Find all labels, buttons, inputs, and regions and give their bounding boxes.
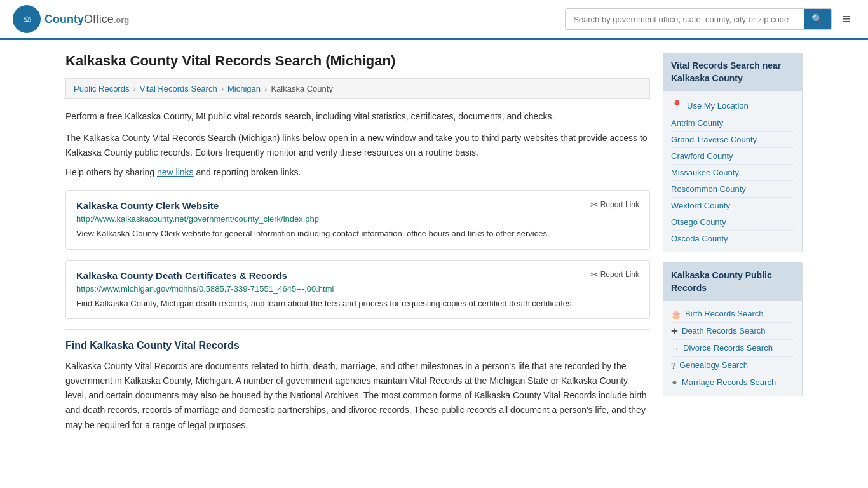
marriage-icon: ⚭ bbox=[671, 378, 678, 388]
divorce-icon: ↔ bbox=[671, 344, 679, 353]
report-link-2[interactable]: ✂ Report Link bbox=[590, 269, 639, 280]
breadcrumb-vital-records[interactable]: Vital Records Search bbox=[140, 84, 217, 93]
link-card-2-desc: Find Kalkaska County, Michigan death rec… bbox=[76, 297, 639, 310]
public-records-genealogy[interactable]: ? Genealogy Search bbox=[671, 357, 794, 374]
nearby-section-header: Vital Records Search near Kalkaska Count… bbox=[663, 53, 802, 91]
nearby-section-body: 📍 Use My Location Antrim County Grand Tr… bbox=[663, 91, 802, 252]
page-title: Kalkaska County Vital Records Search (Mi… bbox=[65, 53, 650, 69]
section-heading: Find Kalkaska County Vital Records bbox=[65, 329, 650, 351]
genealogy-icon: ? bbox=[671, 361, 675, 370]
link-card-2-title: Kalkaska County Death Certificates & Rec… bbox=[76, 269, 287, 281]
link-card-2-url[interactable]: https://www.michigan.gov/mdhhs/0,5885,7-… bbox=[76, 284, 639, 294]
nearby-county-antrim: Antrim County bbox=[671, 115, 794, 132]
scissors-icon-1: ✂ bbox=[590, 200, 598, 210]
body-text: Kalkaska County Vital Records are docume… bbox=[65, 359, 650, 432]
nearby-county-missaukee: Missaukee County bbox=[671, 165, 794, 181]
nearby-county-grand-traverse: Grand Traverse County bbox=[671, 132, 794, 148]
use-location-item[interactable]: 📍 Use My Location bbox=[671, 96, 794, 115]
scissors-icon-2: ✂ bbox=[590, 269, 598, 280]
breadcrumb-michigan[interactable]: Michigan bbox=[227, 84, 261, 93]
new-links-link[interactable]: new links bbox=[157, 167, 194, 177]
public-records-marriage[interactable]: ⚭ Marriage Records Search bbox=[671, 374, 794, 391]
header-right: 🔍 ≡ bbox=[565, 8, 855, 30]
nearby-section: Vital Records Search near Kalkaska Count… bbox=[663, 53, 803, 252]
content-wrapper: Kalkaska County Vital Records Search (Mi… bbox=[53, 40, 815, 433]
search-button[interactable]: 🔍 bbox=[804, 9, 831, 29]
logo-area[interactable]: ⚖ CountyOffice.org bbox=[13, 5, 129, 33]
logo-text: CountyOffice.org bbox=[44, 13, 129, 26]
nearby-county-roscommon: Roscommon County bbox=[671, 181, 794, 198]
link-card-2: Kalkaska County Death Certificates & Rec… bbox=[65, 260, 650, 320]
main-content: Kalkaska County Vital Records Search (Mi… bbox=[65, 53, 650, 433]
intro-paragraph-1: Perform a free Kalkaska County, MI publi… bbox=[65, 109, 650, 123]
link-card-1-title: Kalkaska County Clerk Website bbox=[76, 200, 219, 212]
link-card-1-url[interactable]: http://www.kalkaskacounty.net/government… bbox=[76, 214, 639, 224]
logo-icon: ⚖ bbox=[13, 5, 41, 33]
public-records-section-header: Kalkaska County Public Records bbox=[663, 263, 802, 301]
public-records-death[interactable]: ✚ Death Records Search bbox=[671, 323, 794, 340]
nearby-county-oscoda: Oscoda County bbox=[671, 231, 794, 247]
link-card-1: Kalkaska County Clerk Website ✂ Report L… bbox=[65, 190, 650, 250]
link-cards: Kalkaska County Clerk Website ✂ Report L… bbox=[65, 190, 650, 319]
search-bar: 🔍 bbox=[565, 8, 832, 30]
menu-icon[interactable]: ≡ bbox=[837, 8, 855, 30]
help-paragraph: Help others by sharing new links and rep… bbox=[65, 167, 650, 177]
death-icon: ✚ bbox=[671, 327, 678, 336]
birth-icon: 🎂 bbox=[671, 309, 681, 319]
public-records-birth[interactable]: 🎂 Birth Records Search bbox=[671, 306, 794, 323]
site-header: ⚖ CountyOffice.org 🔍 ≡ bbox=[0, 0, 868, 40]
use-location-link[interactable]: Use My Location bbox=[687, 101, 749, 111]
intro-paragraph-2: The Kalkaska County Vital Records Search… bbox=[65, 131, 650, 159]
public-records-divorce[interactable]: ↔ Divorce Records Search bbox=[671, 340, 794, 357]
breadcrumb-current: Kalkaska County bbox=[271, 84, 333, 93]
search-input[interactable] bbox=[566, 10, 804, 29]
svg-text:⚖: ⚖ bbox=[23, 14, 31, 24]
report-link-1[interactable]: ✂ Report Link bbox=[590, 200, 639, 210]
public-records-section-body: 🎂 Birth Records Search ✚ Death Records S… bbox=[663, 301, 802, 396]
link-card-1-desc: View Kalkaska County Clerk website for g… bbox=[76, 227, 639, 240]
breadcrumb-public-records[interactable]: Public Records bbox=[74, 84, 129, 93]
nearby-county-crawford: Crawford County bbox=[671, 148, 794, 165]
public-records-section: Kalkaska County Public Records 🎂 Birth R… bbox=[663, 262, 803, 396]
sidebar: Vital Records Search near Kalkaska Count… bbox=[663, 53, 803, 433]
location-pin-icon: 📍 bbox=[671, 100, 683, 111]
nearby-county-wexford: Wexford County bbox=[671, 198, 794, 214]
breadcrumb: Public Records › Vital Records Search › … bbox=[65, 78, 650, 99]
nearby-county-otsego: Otsego County bbox=[671, 214, 794, 231]
